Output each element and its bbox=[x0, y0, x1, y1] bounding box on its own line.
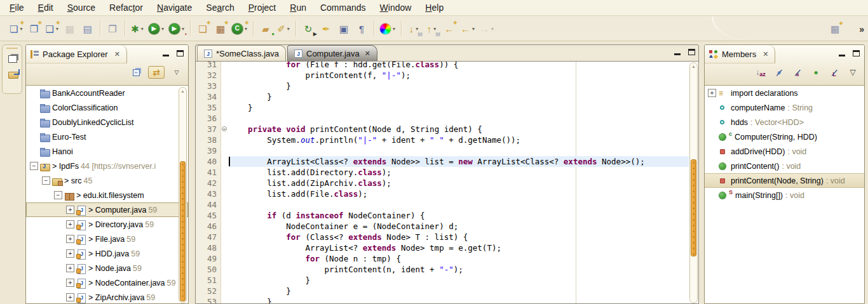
external-tools-button[interactable]: ▶▪▾ bbox=[168, 20, 186, 37]
maximize-button[interactable] bbox=[175, 49, 184, 56]
member-computer-string-hdd-[interactable]: cComputer(String, HDD) bbox=[705, 129, 864, 144]
new-working-set-button[interactable]: ▦✦ bbox=[827, 21, 843, 37]
close-icon[interactable]: ✕ bbox=[763, 50, 768, 58]
scroll-up-arrow[interactable]: ▲ bbox=[179, 89, 186, 93]
tree-item-ziparchiv.java[interactable]: +> ZipArchiv.java59 bbox=[26, 290, 188, 304]
tree-expander[interactable]: + bbox=[66, 206, 74, 214]
maximize-button[interactable] bbox=[851, 49, 860, 56]
member-import-declarations[interactable]: +≡import declarations bbox=[705, 86, 864, 100]
dual-window-button[interactable]: ❐ bbox=[105, 20, 120, 37]
minimize-button[interactable] bbox=[161, 49, 170, 56]
close-icon[interactable]: ✕ bbox=[114, 50, 120, 58]
tree-item-nodecontainer.java[interactable]: +> NodeContainer.java59 bbox=[26, 275, 188, 290]
members-tab[interactable]: Members ✕ bbox=[705, 45, 775, 63]
mark-occurrences-button[interactable]: ✒ bbox=[318, 20, 334, 37]
show-public-only-button[interactable]: ● bbox=[810, 66, 822, 79]
code-line-50[interactable]: 50 printContent(n, ident + "-"); bbox=[196, 264, 689, 275]
tree-item-file.java[interactable]: +> File.java59 bbox=[26, 232, 188, 246]
member-adddrive-hdd-[interactable]: addDrive(HDD) : void bbox=[705, 144, 864, 159]
tree-item-hanoi[interactable]: Hanoi bbox=[26, 144, 188, 159]
collapse-all-button[interactable]: − bbox=[130, 66, 142, 79]
hide-local-types-button[interactable]: L∕ bbox=[828, 66, 841, 79]
menu-edit[interactable]: Edit bbox=[31, 1, 60, 14]
code-line-35[interactable]: 35 } bbox=[196, 102, 689, 113]
drag-grip[interactable] bbox=[6, 48, 18, 49]
editor-scrollbar[interactable]: ▲ bbox=[689, 62, 698, 303]
code-line-38[interactable]: 38 System.out.println("|-" + ident + " "… bbox=[196, 135, 689, 145]
menu-file[interactable]: File bbox=[3, 1, 31, 14]
tree-item-node.java[interactable]: +> Node.java59 bbox=[26, 261, 188, 275]
code-line-33[interactable]: 33 } bbox=[196, 81, 689, 91]
menu-commands[interactable]: Commands bbox=[313, 1, 373, 14]
code-line-46[interactable]: 46 NodeContainer e = (NodeContainer) d; bbox=[196, 221, 689, 232]
tree-item-hdd.java[interactable]: +> HDD.java59 bbox=[26, 246, 188, 261]
minimize-button[interactable] bbox=[837, 49, 846, 56]
tree-item-directory.java[interactable]: +> Directory.java59 bbox=[26, 217, 188, 232]
tree-item-bankaccountreader[interactable]: BankAccountReader bbox=[26, 86, 188, 100]
print-button[interactable]: ▤ bbox=[80, 20, 95, 37]
code-line-53[interactable]: 53 } bbox=[196, 296, 689, 303]
code-line-44[interactable]: 44 bbox=[196, 199, 689, 210]
show-whitespace-button[interactable]: ¶ bbox=[354, 20, 369, 37]
last-edit-location-button[interactable]: ←✦ bbox=[442, 20, 457, 37]
run-button[interactable]: ▶▾ bbox=[147, 20, 165, 37]
debug-button[interactable]: ✱▾ bbox=[130, 20, 145, 37]
package-explorer-tab[interactable]: Package Explorer ✕ bbox=[26, 45, 127, 63]
scroll-up-arrow[interactable]: ▲ bbox=[690, 64, 697, 69]
menu-project[interactable]: Project bbox=[241, 1, 283, 14]
tree-item-euro-test[interactable]: Euro-Test bbox=[26, 129, 188, 144]
scrollbar-thumb[interactable] bbox=[180, 161, 186, 301]
menu-run[interactable]: Run bbox=[283, 1, 313, 14]
tree-item-colorclassification[interactable]: ColorClassification bbox=[26, 100, 188, 115]
menu-help[interactable]: Help bbox=[418, 1, 451, 14]
code-line-52[interactable]: 52 } bbox=[196, 286, 689, 296]
hide-static-members-button[interactable]: s∕ bbox=[791, 66, 804, 79]
code-line-37[interactable]: 37 private void printContent(Node d, Str… bbox=[196, 124, 689, 135]
show-source-button[interactable]: ▣ bbox=[336, 20, 351, 37]
member-hdds[interactable]: hdds : Vector<HDD> bbox=[705, 115, 864, 129]
package-explorer-scrollbar[interactable]: ▲ bbox=[179, 87, 187, 303]
code-line-47[interactable]: 47 for (Class<? extends Node> T : list) … bbox=[196, 232, 689, 242]
tree-expander[interactable]: + bbox=[66, 293, 74, 301]
view-menu-button[interactable]: ▽ bbox=[170, 66, 183, 79]
menu-source[interactable]: Source bbox=[60, 1, 102, 14]
tree-item-edu.kit.filesystem[interactable]: −> edu.kit.filesystem bbox=[26, 188, 188, 202]
code-line-31[interactable]: 31 for (File f : hdd.get(File.class)) { bbox=[196, 62, 689, 70]
back-button[interactable]: ←▾ bbox=[459, 20, 476, 37]
code-line-34[interactable]: 34 } bbox=[196, 91, 689, 102]
member-expander[interactable]: + bbox=[708, 89, 716, 97]
fold-column[interactable] bbox=[221, 124, 229, 135]
tree-expander[interactable]: − bbox=[30, 162, 38, 170]
search-button[interactable]: ✐▾ bbox=[276, 20, 291, 37]
code-line-43[interactable]: 43 list.add(File.class); bbox=[196, 188, 689, 199]
code-editor[interactable]: 31 for (File f : hdd.get(File.class)) {3… bbox=[196, 62, 698, 303]
member-printcontent-node-string-[interactable]: printContent(Node, String) : void bbox=[705, 173, 864, 188]
menu-window[interactable]: Window bbox=[373, 1, 419, 14]
maximize-button[interactable] bbox=[687, 48, 696, 55]
hide-fields-button[interactable]: ●∕ bbox=[773, 66, 785, 79]
new-package-button[interactable]: ▦✦ bbox=[213, 20, 228, 37]
next-annotation-button[interactable]: ↓▤▾ bbox=[406, 20, 421, 37]
minimized-view-folder-icon[interactable] bbox=[8, 72, 18, 79]
view-menu-button[interactable]: ▽ bbox=[846, 66, 859, 79]
tree-item-computer.java[interactable]: +> Computer.java59 bbox=[26, 202, 188, 217]
minimize-button[interactable] bbox=[673, 48, 682, 55]
tree-item-src[interactable]: −> src45 bbox=[26, 173, 188, 188]
tree-expander[interactable]: − bbox=[42, 176, 50, 185]
tree-expander[interactable]: + bbox=[66, 220, 74, 228]
toolbar-overflow-chevron[interactable]: » bbox=[859, 24, 863, 34]
scrollbar-thumb[interactable] bbox=[691, 159, 696, 256]
code-line-51[interactable]: 51 } bbox=[196, 275, 689, 286]
color-wheel-button[interactable]: ▾ bbox=[379, 20, 397, 37]
previous-annotation-button[interactable]: ↑▤▾ bbox=[424, 20, 439, 37]
menu-search[interactable]: Search bbox=[199, 1, 241, 14]
code-line-41[interactable]: 41 list.add(Directory.class); bbox=[196, 167, 689, 178]
code-line-39[interactable]: 39 bbox=[196, 145, 689, 156]
member-main-string-[interactable]: Smain(String[]) : void bbox=[705, 188, 864, 202]
tree-expander[interactable]: + bbox=[66, 235, 74, 243]
member-computername[interactable]: computerName : String bbox=[705, 100, 864, 115]
tree-expander[interactable]: − bbox=[54, 191, 62, 199]
open-type-button[interactable]: ▰● bbox=[258, 20, 273, 37]
menu-refactor[interactable]: Refactor bbox=[102, 1, 150, 14]
code-line-40[interactable]: 40 ArrayList<Class<? extends Node>> list… bbox=[196, 156, 689, 167]
